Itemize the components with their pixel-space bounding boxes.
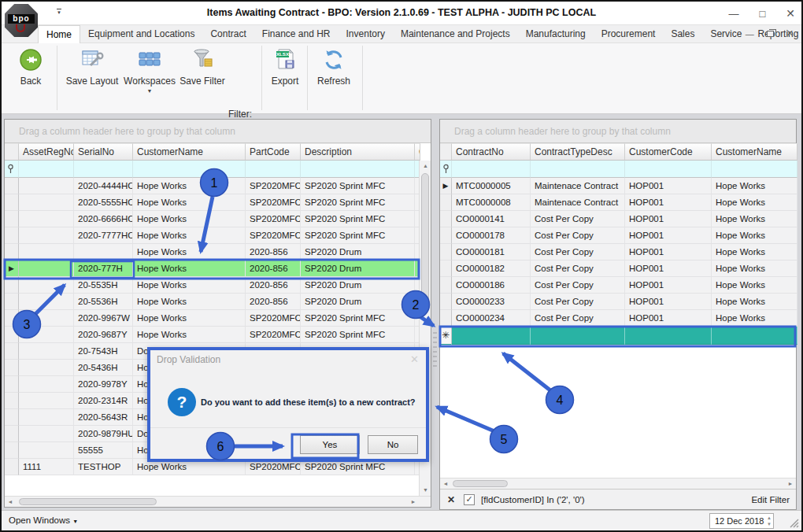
back-button[interactable]: Back (9, 46, 52, 87)
cell: Hope Works (712, 277, 797, 294)
tab-finance-and-hr[interactable]: Finance and HR (254, 25, 339, 43)
filter-cell[interactable] (625, 161, 712, 178)
contract-row[interactable]: CO0000234Cost Per CopyHOP001Hope Works (440, 310, 797, 327)
contract-row[interactable]: MTC0000008Maintenace ContractHOP001Hope … (440, 194, 797, 211)
quick-access-dropdown-icon[interactable]: ▼ (57, 9, 61, 15)
column-header-customername[interactable]: CustomerName (133, 143, 246, 161)
filter-cell[interactable] (74, 161, 133, 178)
filter-cell[interactable] (246, 161, 301, 178)
contract-row[interactable]: CO0000186Cost Per CopyHOP001Hope Works (440, 277, 797, 294)
date-spin-down-icon[interactable]: ▼ (767, 521, 772, 527)
column-header-customercode[interactable]: CustomerCode (625, 143, 712, 161)
tab-contract[interactable]: Contract (202, 25, 253, 43)
contract-row[interactable]: ▶MTC0000005Maintenace ContractHOP001Hope… (440, 178, 797, 194)
filter-expression[interactable]: [fldCustomerID] In ('2', '0') (481, 495, 585, 504)
scroll-thumb[interactable] (421, 173, 429, 307)
cell: MTC0000005 (452, 178, 531, 194)
cell: SP2020 Sprint MFC (301, 178, 415, 194)
column-header-contracttypedesc[interactable]: ContractTypeDesc (531, 143, 625, 161)
contract-row[interactable]: CO0000182Cost Per CopyHOP001Hope Works (440, 260, 797, 277)
item-row[interactable]: 2020-6666HOHope WorksSP2020MFCSP2020 Spr… (5, 211, 420, 227)
right-grid-hscrollbar[interactable]: ◄ ► (440, 478, 796, 489)
filter-cell[interactable] (19, 161, 74, 178)
save-filter-button[interactable]: Save Filter (176, 46, 228, 87)
tab-manufacturing[interactable]: Manufacturing (518, 25, 594, 43)
save-layout-button[interactable]: Save Layout (61, 46, 123, 87)
tab-procurement[interactable]: Procurement (594, 25, 664, 43)
mdi-close-button[interactable]: ✕ (786, 28, 794, 39)
tab-maintenance-and-projects[interactable]: Maintenance and Projects (393, 25, 518, 43)
column-header-c[interactable]: C (415, 143, 420, 161)
edit-filter-link[interactable]: Edit Filter (751, 495, 790, 504)
column-header-partcode[interactable]: PartCode (246, 143, 301, 161)
workspaces-button[interactable]: Workspaces ▼ (121, 46, 178, 94)
contract-row[interactable]: CO0000178Cost Per CopyHOP001Hope Works (440, 227, 797, 244)
date-field[interactable]: 12 Dec 2018 ▲ ▼ (709, 513, 774, 529)
cell: HOP001 (625, 294, 712, 310)
scroll-left-icon[interactable]: ◄ (440, 478, 451, 490)
contract-row[interactable]: CO0000141Cost Per CopyHOP001Hope Works (440, 211, 797, 227)
scroll-right-icon[interactable]: ► (408, 497, 419, 508)
refresh-button[interactable]: Refresh (310, 46, 357, 87)
item-row[interactable]: ▶2020-777HHope Works2020-856SP2020 Drum (5, 260, 420, 277)
tab-sales[interactable]: Sales (663, 25, 702, 43)
maximize-button[interactable]: □ (759, 8, 765, 20)
mdi-restore-button[interactable] (767, 31, 774, 37)
tab-service[interactable]: Service (702, 25, 749, 43)
item-row[interactable]: 2020-7777HOHope WorksSP2020MFCSP2020 Spr… (5, 227, 420, 244)
minimize-button[interactable]: — (728, 8, 738, 20)
tab-home[interactable]: Home (38, 25, 80, 43)
tab-equipment-and-locations[interactable]: Equipment and Locations (80, 25, 202, 43)
left-group-by-bar[interactable]: Drag a column header here to group by th… (5, 120, 431, 143)
no-button[interactable]: No (368, 435, 418, 454)
cell: SP2020 Sprint MFC (301, 310, 415, 327)
scroll-up-icon[interactable]: ▲ (420, 161, 431, 172)
tab-inventory[interactable]: Inventory (339, 25, 393, 43)
item-row[interactable]: Hope Works2020-856SP2020 Drum (5, 244, 420, 260)
new-contract-row[interactable]: ✳ (440, 327, 797, 345)
left-grid-hscrollbar[interactable]: ◄ ► (5, 496, 431, 507)
close-button[interactable]: ✕ (786, 7, 795, 20)
open-windows-dropdown[interactable]: Open Windows ▼ (9, 515, 78, 525)
cell (19, 244, 74, 260)
item-row[interactable]: 20-5535HHope Works2020-856SP2020 Drum (5, 277, 420, 294)
filter-cell[interactable] (531, 161, 625, 178)
scroll-thumb[interactable] (453, 480, 508, 487)
contract-row[interactable]: CO0000181Cost Per CopyHOP001Hope Works (440, 244, 797, 260)
column-header-customername[interactable]: CustomerName (712, 143, 797, 161)
filter-cell[interactable] (133, 161, 246, 178)
item-row[interactable]: 2020-9967WHope WorksSP2020MFCSP2020 Spri… (5, 310, 420, 327)
dialog-close-icon[interactable]: ✕ (410, 353, 419, 365)
cell: Hope Works (133, 310, 246, 327)
cell (19, 426, 74, 442)
row-indicator (440, 277, 452, 294)
filter-cell[interactable] (301, 161, 415, 178)
date-spin-up-icon[interactable]: ▲ (767, 515, 772, 521)
scroll-thumb[interactable] (19, 498, 157, 505)
column-header-serialno[interactable]: SerialNo (74, 143, 133, 161)
column-header-description[interactable]: Description (301, 143, 415, 161)
item-row[interactable]: 2020-9687YHope WorksSP2020MFCSP2020 Spri… (5, 327, 420, 343)
item-row[interactable]: 2020-5555HOHope WorksSP2020MFCSP2020 Spr… (5, 194, 420, 211)
mdi-minimize-button[interactable]: — (746, 29, 754, 39)
cell: SP2020 Drum (301, 260, 415, 277)
export-button[interactable]: XLSX Export (265, 46, 305, 87)
yes-button[interactable]: Yes (300, 435, 360, 454)
filter-enabled-checkbox[interactable]: ✓ (464, 494, 475, 505)
scroll-right-icon[interactable]: ► (785, 478, 796, 490)
cell: Cost Per Copy (531, 244, 625, 260)
column-header-assetregno[interactable]: AssetRegNo (19, 143, 74, 161)
filter-cell[interactable] (452, 161, 531, 178)
remove-filter-icon[interactable]: ✕ (447, 494, 455, 505)
panel-splitter[interactable] (433, 332, 437, 368)
row-indicator (5, 244, 19, 260)
contract-row[interactable]: CO0000233Cost Per CopyHOP001Hope Works (440, 294, 797, 310)
filter-cell[interactable] (712, 161, 797, 178)
item-row[interactable]: 20-5536HHope Works2020-856SP2020 Drum (5, 294, 420, 310)
column-header-contractno[interactable]: ContractNo (452, 143, 531, 161)
item-row[interactable]: 2020-4444HOHope WorksSP2020MFCSP2020 Spr… (5, 178, 420, 194)
right-group-by-bar[interactable]: Drag a column header here to group by th… (440, 120, 796, 143)
scroll-down-icon[interactable]: ▼ (420, 485, 431, 496)
resize-grip[interactable] (790, 519, 799, 528)
scroll-left-icon[interactable]: ◄ (5, 497, 16, 508)
